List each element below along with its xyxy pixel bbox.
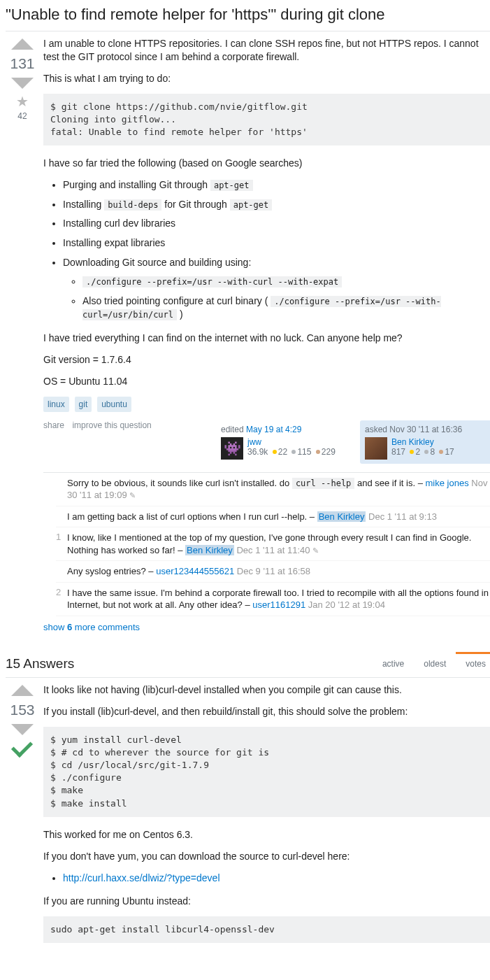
comment: Sorry to be obvious, it sounds like curl… [56,473,490,506]
answer-text: If you don't have yum, you can download … [43,850,490,863]
avatar[interactable]: 👾 [221,437,243,460]
tag-list: linux git ubuntu [43,397,490,412]
editor-signature: edited May 19 at 4:29 👾 jww 36.9k 22 115… [216,420,352,464]
code-block: $ git clone https://github.com/nvie/gitf… [43,94,490,146]
favorite-count: 42 [17,111,27,121]
question-text: This is what I am trying to do: [43,72,490,85]
list-item: Installing build-deps for Git through ap… [63,198,490,212]
downvote-button[interactable] [11,724,34,735]
favorite-button[interactable]: ★ [16,93,29,110]
comment-score: 1 [56,532,67,556]
page-title: "Unable to find remote helper for 'https… [6,6,490,31]
comment: I am getting back a list of curl options… [56,506,490,528]
list-item: Installing expat libraries [63,236,490,250]
user-rep: 817 2 8 17 [391,447,454,457]
accepted-icon [13,739,32,759]
comment-list: Sorry to be obvious, it sounds like curl… [43,472,490,616]
pencil-icon: ✎ [310,546,319,555]
avatar[interactable] [365,437,387,460]
tag[interactable]: linux [43,397,69,412]
comment-user[interactable]: user123444555621 [156,566,234,576]
comment: 1I know, like I mentioned at the top of … [56,527,490,561]
comment: Any syslog entries? – user123444555621 D… [56,561,490,583]
downvote-button[interactable] [11,78,34,89]
question-text: I am unable to clone HTTPS repositories.… [43,37,490,64]
comment-date: Dec 1 '11 at 9:13 [366,511,437,522]
tag[interactable]: ubuntu [97,397,131,412]
comment-body: I have the same issue. I'm behind a corp… [67,587,490,611]
vote-count: 131 [10,55,34,72]
question-text: I have so far tried the following (based… [43,157,490,170]
bullet-list: Purging and installing Git through apt-g… [43,178,490,322]
answer-text: If you are running Ubuntu instead: [43,895,490,908]
asked-timestamp: Nov 30 '11 at 16:36 [389,425,462,434]
comment-body: I am getting back a list of curl options… [67,511,490,523]
comment-score [56,511,67,523]
comment-score [56,477,67,502]
list-item: ./configure --prefix=/usr --with-curl --… [82,275,490,289]
code-block: sudo apt-get install libcurl4-openssl-de… [43,916,490,943]
comment-user[interactable]: Ben Kirkley [185,545,234,555]
comment-score: 2 [56,587,67,611]
comment-date: Jan 20 '12 at 19:04 [305,599,385,610]
list-item: Installing curl dev libraries [63,217,490,231]
user-rep: 36.9k 22 115 229 [247,447,336,457]
post-menu: share improve this question [43,420,157,430]
tab-votes[interactable]: votes [456,652,490,676]
vote-count: 153 [10,702,34,718]
list-item: Purging and installing Git through apt-g… [63,178,490,192]
user-link[interactable]: jww [247,437,336,447]
vote-column: 131 ★ 42 [6,37,39,635]
question-text: I have tried everything I can find on th… [43,332,490,345]
answer-text: If you install (lib)curl-devel, and then… [43,705,490,718]
share-link[interactable]: share [43,420,64,430]
improve-link[interactable]: improve this question [72,420,151,430]
external-link[interactable]: http://curl.haxx.se/dlwiz/?type=devel [63,872,220,883]
list-item: Also tried pointing configure at curl bi… [82,294,490,322]
tab-oldest[interactable]: oldest [414,652,456,676]
user-link[interactable]: Ben Kirkley [391,437,454,447]
comment-user[interactable]: Ben Kirkley [317,511,366,522]
pencil-icon: ✎ [127,491,136,499]
edit-timestamp[interactable]: May 19 at 4:29 [246,425,301,434]
author-signature: asked Nov 30 '11 at 16:36 Ben Kirkley 81… [360,420,490,464]
list-item: Downloading Git source and building usin… [63,256,490,322]
code-block: $ yum install curl-devel $ # cd to where… [43,727,490,817]
comment-body: Any syslog entries? – user123444555621 D… [67,565,490,578]
tag[interactable]: git [75,397,92,412]
comment-score [56,565,67,578]
answers-count: 15 Answers [6,651,74,677]
answer-text: It looks like not having (lib)curl-devel… [43,683,490,697]
question-post: 131 ★ 42 I am unable to clone HTTPS repo… [6,37,490,635]
answers-header: 15 Answers active oldest votes [6,651,490,678]
tab-active[interactable]: active [373,652,414,676]
answer-text: This worked for me on Centos 6.3. [43,828,490,841]
show-more-comments[interactable]: show 6 more comments [43,616,140,635]
upvote-button[interactable] [11,685,34,696]
upvote-button[interactable] [11,38,34,50]
comment-user[interactable]: mike jones [426,478,469,488]
comment-user[interactable]: user1161291 [252,599,305,610]
comment: 2I have the same issue. I'm behind a cor… [56,583,490,616]
question-text: OS = Ubuntu 11.04 [43,375,490,388]
comment-date: Dec 9 '11 at 16:58 [234,566,310,576]
comment-date: Dec 1 '11 at 11:40 [234,545,310,555]
list-item: http://curl.haxx.se/dlwiz/?type=devel [63,872,490,886]
question-text: Git version = 1.7.6.4 [43,353,490,367]
comment-body: I know, like I mentioned at the top of m… [67,532,490,556]
comment-body: Sorry to be obvious, it sounds like curl… [67,477,490,502]
answer-post: 153 It looks like not having (lib)curl-d… [6,683,490,954]
vote-column: 153 [6,683,39,954]
answer-tabs: active oldest votes [373,652,490,676]
